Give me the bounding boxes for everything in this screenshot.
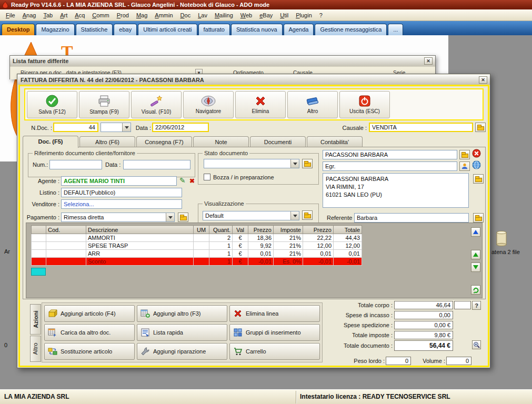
table-row-highlighted[interactable]: Sconto 1 € -0,01 Es. 0% -0,01 -0,01 bbox=[32, 258, 362, 266]
menu-web[interactable]: Web bbox=[237, 11, 256, 20]
new-line-selector-cell[interactable] bbox=[31, 268, 46, 276]
listino-input[interactable]: DEFAULT(Pubblico) bbox=[61, 188, 182, 197]
clear-agente-x-icon[interactable]: ✖ bbox=[189, 177, 195, 185]
tab-more[interactable]: ... bbox=[388, 24, 403, 35]
menu-anag[interactable]: Anag bbox=[19, 11, 40, 20]
dialog-tab-consegna[interactable]: Consegna (F7) bbox=[136, 136, 192, 147]
lista-rapida-button[interactable]: Lista rapida bbox=[137, 324, 227, 341]
line-up-button[interactable] bbox=[471, 250, 480, 259]
line-down-button[interactable] bbox=[471, 262, 480, 272]
dialog-close-icon[interactable]: ✕ bbox=[479, 76, 487, 84]
clear-cliente-x-icon[interactable] bbox=[472, 149, 481, 158]
visual-button[interactable]: Visual. (F10) bbox=[131, 91, 182, 118]
chevron-down-icon[interactable] bbox=[290, 159, 299, 168]
chevron-down-icon[interactable] bbox=[166, 213, 174, 221]
visualizzazione-select[interactable]: Default bbox=[203, 211, 299, 220]
carica-da-altro-doc-button[interactable]: Carica da altro doc. bbox=[44, 324, 135, 341]
move-line-up-button[interactable] bbox=[471, 227, 480, 237]
menu-doc[interactable]: Doc bbox=[177, 11, 195, 20]
side-tab-azioni[interactable]: Azioni bbox=[30, 304, 41, 335]
bozza-checkbox[interactable] bbox=[204, 174, 210, 180]
help-button[interactable]: ? bbox=[472, 301, 481, 310]
edit-pencil-icon[interactable]: ✎ bbox=[179, 176, 186, 185]
altro-button[interactable]: Altro bbox=[287, 91, 338, 118]
tab-gestione-messaggistica[interactable]: Gestione messaggistica bbox=[315, 24, 387, 35]
aggiungi-articolo-button[interactable]: Aggiungi articolo (F4) bbox=[44, 305, 135, 322]
dialog-tab-documenti[interactable]: Documenti bbox=[250, 136, 306, 147]
stato-folder-button[interactable] bbox=[302, 159, 313, 168]
referente-folder-button[interactable] bbox=[473, 213, 484, 223]
menu-help[interactable]: ? bbox=[316, 11, 326, 20]
refresh-lines-button[interactable] bbox=[471, 285, 480, 295]
egr-input[interactable]: Egr. bbox=[323, 161, 457, 171]
stato-select[interactable] bbox=[204, 159, 299, 168]
menu-acq[interactable]: Acq bbox=[71, 11, 88, 20]
ndoc-serie-select[interactable] bbox=[101, 123, 131, 132]
menu-lav[interactable]: Lav bbox=[194, 11, 211, 20]
data-input[interactable]: 22/06/2012 bbox=[152, 123, 209, 132]
globe-icon[interactable] bbox=[472, 160, 481, 169]
chevron-down-icon[interactable] bbox=[122, 123, 131, 132]
causale-input[interactable]: VENDITA bbox=[369, 123, 473, 132]
dialog-titlebar[interactable]: FATTURA DIFFERITA N. 44 del 22/06/2012 -… bbox=[18, 75, 490, 85]
table-row[interactable]: SPESE TRASP 1 € 9,92 21% 12,00 12,00 bbox=[32, 242, 362, 250]
tab-ebay[interactable]: ebay bbox=[114, 24, 137, 35]
menu-plugin[interactable]: Plugin bbox=[292, 11, 316, 20]
elimina-button[interactable]: Elimina bbox=[235, 91, 286, 118]
menu-file[interactable]: File bbox=[2, 11, 19, 20]
tab-ultimi-articoli[interactable]: Ultimi articoli creati bbox=[138, 24, 197, 35]
zoom-total-button[interactable] bbox=[472, 340, 481, 349]
pagamento-folder-button[interactable] bbox=[178, 213, 188, 222]
tab-statistiche[interactable]: Statistiche bbox=[76, 24, 113, 35]
menu-mag[interactable]: Mag bbox=[133, 11, 151, 20]
uscita-button[interactable]: Uscita (ESC) bbox=[339, 91, 390, 118]
spese-spedizione-field[interactable]: 0,00 € bbox=[394, 321, 453, 329]
menu-art[interactable]: Art bbox=[56, 11, 71, 20]
menu-tab[interactable]: Tab bbox=[39, 11, 56, 20]
tab-agenda[interactable]: Agenda bbox=[284, 24, 314, 35]
contact-person-button[interactable] bbox=[459, 161, 470, 171]
menu-prod[interactable]: Prod bbox=[113, 11, 133, 20]
sostituzione-articolo-button[interactable]: Sostituzione articolo bbox=[44, 343, 135, 360]
cliente-input[interactable]: PACASSONI BARBARA bbox=[323, 150, 457, 159]
tab-magazzino[interactable]: Magazzino bbox=[36, 24, 74, 35]
aggiungi-altro-button[interactable]: Aggiungi altro (F3) bbox=[137, 305, 227, 322]
num-input[interactable] bbox=[49, 160, 102, 169]
table-row[interactable]: ARR 1 € 0,01 21% 0,01 0,01 bbox=[32, 250, 362, 258]
salva-button[interactable]: Salva (F12) bbox=[27, 91, 77, 118]
menu-ammin[interactable]: Ammin bbox=[151, 11, 176, 20]
lista-titlebar[interactable]: Lista fatture differite ✕ bbox=[10, 56, 435, 66]
tab-statistica-nuova[interactable]: Statistica nuova bbox=[231, 24, 283, 35]
tab-desktop[interactable]: Desktop bbox=[2, 24, 35, 35]
carrello-button[interactable]: Carrello bbox=[229, 343, 320, 360]
address-folder-button[interactable] bbox=[473, 174, 484, 184]
causale-folder-button[interactable] bbox=[475, 123, 486, 132]
menu-ebay[interactable]: eBay bbox=[256, 11, 276, 20]
pagamento-select[interactable]: Rimessa diretta bbox=[61, 213, 175, 222]
stampa-button[interactable]: Stampa (F9) bbox=[79, 91, 129, 118]
agente-input[interactable]: AGENTE MARIO TINTI bbox=[61, 176, 177, 186]
address-box[interactable]: PACASSONI BARBARA VIA RIMINI, 17 61021 S… bbox=[323, 173, 469, 208]
gruppi-di-inserimento-button[interactable]: Gruppi di inserimento bbox=[229, 324, 320, 341]
rif-data-input[interactable] bbox=[123, 160, 190, 169]
menu-mailing[interactable]: Mailing bbox=[211, 11, 237, 20]
app-titlebar[interactable]: Ready Pro V14.6.6 - LA MIA AZIENDA SRL -… bbox=[0, 0, 532, 9]
ndoc-input[interactable]: 44 bbox=[53, 123, 98, 132]
cliente-folder-button[interactable] bbox=[459, 150, 470, 159]
elimina-linea-button[interactable]: Elimina linea bbox=[229, 305, 320, 322]
navigatore-button[interactable]: Navigatore bbox=[183, 91, 234, 118]
referente-input[interactable]: Barbara bbox=[354, 213, 469, 223]
menu-util[interactable]: Util bbox=[276, 11, 292, 20]
menu-comm[interactable]: Comm bbox=[88, 11, 113, 20]
chevron-down-icon[interactable] bbox=[290, 211, 299, 220]
tab-fatturato[interactable]: fatturato bbox=[198, 24, 230, 35]
lista-close-icon[interactable]: ✕ bbox=[424, 57, 433, 65]
side-tab-altro[interactable]: Altro bbox=[30, 336, 41, 362]
dialog-tab-doc[interactable]: Doc. (F5) bbox=[23, 136, 78, 148]
table-row[interactable]: AMMORTI 2 € 18,36 21% 22,22 44,43 bbox=[32, 234, 362, 242]
visualizzazione-folder-button[interactable] bbox=[302, 210, 313, 220]
dialog-tab-contabilita[interactable]: Contabilita' bbox=[307, 136, 363, 147]
scroll-icon[interactable] bbox=[495, 230, 508, 247]
volume-field[interactable]: 0 bbox=[446, 357, 471, 365]
spese-incasso-field[interactable]: 0,00 bbox=[394, 311, 453, 319]
